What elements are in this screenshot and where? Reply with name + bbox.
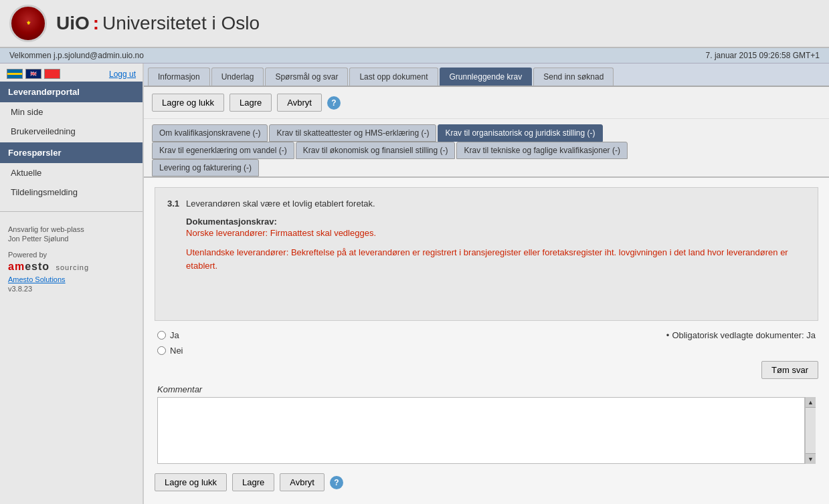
- flag-no[interactable]: [44, 69, 60, 79]
- sub-tab-om-kvalifikasjonskravene[interactable]: Om kvalifikasjonskravene (-): [152, 124, 268, 142]
- scroll-up-arrow[interactable]: ▲: [806, 397, 816, 408]
- sidebar-lang-row: 🇬🇧 Logg ut: [0, 64, 143, 82]
- tab-last-opp-dokument[interactable]: Last opp dokument: [349, 68, 438, 86]
- save-button-bottom[interactable]: Lagre: [232, 473, 274, 491]
- logo-seal: ⚜: [9, 5, 47, 42]
- comment-label: Kommentar: [157, 384, 816, 394]
- section-box: 3.1 Leverandøren skal være et lovlig eta…: [155, 187, 818, 321]
- logout-link[interactable]: Logg ut: [109, 70, 136, 79]
- version: v3.8.23: [8, 285, 134, 293]
- comment-textarea-wrapper: ▲ ▼: [157, 397, 816, 464]
- save-close-button-top[interactable]: Lagre og lukk: [152, 94, 224, 112]
- radio-ja[interactable]: Ja: [157, 330, 183, 340]
- sidebar-section-leverandorportal[interactable]: Leverandørportal: [0, 82, 143, 102]
- responsible-label: Ansvarlig for web-plass: [8, 225, 134, 233]
- section-content: 3.1 Leverandøren skal være et lovlig eta…: [167, 199, 806, 272]
- comment-textarea[interactable]: [157, 397, 805, 464]
- radio-ja-input[interactable]: [157, 331, 166, 340]
- content-body: 3.1 Leverandøren skal være et lovlig eta…: [144, 178, 829, 501]
- sub-tab-bar-row3: Levering og fakturering (-): [144, 159, 829, 178]
- radio-nei[interactable]: Nei: [157, 346, 183, 356]
- tab-informasjon[interactable]: Informasjon: [148, 68, 210, 86]
- toolbar-top: Lagre og lukk Lagre Avbryt ?: [144, 87, 829, 119]
- sidebar-item-tildelingsmelding[interactable]: Tildelingsmelding: [0, 182, 143, 202]
- section-doc-text: Norske leverandører: Firmaattest skal ve…: [186, 228, 806, 238]
- main-layout: 🇬🇧 Logg ut Leverandørportal Min side Bru…: [0, 64, 829, 504]
- sub-tab-krav-skatteattester[interactable]: Krav til skatteattester og HMS-erklæring…: [269, 124, 436, 142]
- save-close-button-bottom[interactable]: Lagre og lukk: [155, 473, 227, 491]
- tab-grunnleggende-krav[interactable]: Grunnleggende krav: [440, 68, 533, 86]
- welcome-bar: Velkommen j.p.sjolund@admin.uio.no 7. ja…: [0, 48, 829, 64]
- datetime: 7. januar 2015 09:26:58 GMT+1: [706, 51, 820, 60]
- answer-area: Ja Nei •Obligatorisk vedlagte dokumenter…: [155, 330, 818, 356]
- sidebar-item-min-side[interactable]: Min side: [0, 102, 143, 122]
- tab-send-inn-soknad[interactable]: Send inn søknad: [533, 68, 614, 86]
- sub-tab-bar-row2: Krav til egenerklæring om vandel (-) Kra…: [144, 142, 829, 159]
- amesto-link[interactable]: Amesto Solutions: [8, 275, 134, 283]
- mandatory-note: •Obligatorisk vedlagte dokumenter: Ja: [666, 330, 816, 340]
- section-doc-label: Dokumentasjonskrav:: [186, 217, 806, 227]
- sidebar: 🇬🇧 Logg ut Leverandørportal Min side Bru…: [0, 64, 144, 504]
- toolbar-bottom: Lagre og lukk Lagre Avbryt ?: [155, 464, 818, 491]
- section-foreign-text: Utenlandske leverandører: Bekreftelse på…: [186, 246, 806, 272]
- amesto-logo: amesto sourcing: [8, 261, 134, 273]
- sidebar-footer: Ansvarlig for web-plass Jon Petter Sjølu…: [0, 221, 143, 297]
- tab-underlag[interactable]: Underlag: [211, 68, 264, 86]
- flag-se[interactable]: [7, 69, 23, 79]
- responsible-name: Jon Petter Sjølund: [8, 235, 134, 243]
- sidebar-section-foresporsler[interactable]: Forespørsler: [0, 142, 143, 163]
- section-text: Leverandøren skal være et lovlig etabler…: [186, 199, 806, 272]
- sub-tab-levering-fakturering[interactable]: Levering og fakturering (-): [152, 159, 259, 176]
- cancel-button-top[interactable]: Avbryt: [277, 94, 322, 112]
- tab-bar: Informasjon Underlag Spørsmål og svar La…: [144, 64, 829, 87]
- powered-by: Powered by: [8, 251, 134, 259]
- tom-svar-container: Tøm svar: [155, 361, 818, 379]
- sub-tab-krav-okonomisk[interactable]: Krav til økonomisk og finansiell stillin…: [296, 142, 456, 159]
- sub-tab-krav-egenerklaring[interactable]: Krav til egenerklæring om vandel (-): [152, 142, 294, 159]
- section-main-text: Leverandøren skal være et lovlig etabler…: [186, 199, 806, 209]
- help-icon-bottom[interactable]: ?: [330, 476, 343, 489]
- tab-sporsmal-og-svar[interactable]: Spørsmål og svar: [265, 68, 348, 86]
- section-number: 3.1: [167, 199, 179, 272]
- tom-svar-button[interactable]: Tøm svar: [761, 361, 818, 379]
- sub-tab-krav-organisatorisk[interactable]: Krav til organisatorisk og juridisk stil…: [438, 124, 602, 142]
- scrollbar-mock: ▲ ▼: [805, 397, 816, 464]
- scroll-down-arrow[interactable]: ▼: [806, 453, 816, 464]
- comment-section: Kommentar ▲ ▼: [155, 384, 818, 464]
- logo-text: UiO:Universitetet i Oslo: [56, 13, 260, 34]
- cancel-button-bottom[interactable]: Avbryt: [280, 473, 325, 491]
- sub-tab-bar-row1: Om kvalifikasjonskravene (-) Krav til sk…: [144, 119, 829, 142]
- help-icon-top[interactable]: ?: [327, 96, 341, 110]
- sidebar-item-brukerveiledning[interactable]: Brukerveiledning: [0, 122, 143, 141]
- welcome-text: Velkommen j.p.sjolund@admin.uio.no: [9, 51, 144, 60]
- flag-gb[interactable]: 🇬🇧: [25, 69, 41, 79]
- sidebar-divider: [0, 211, 143, 212]
- radio-nei-input[interactable]: [157, 346, 166, 355]
- sidebar-item-aktuelle[interactable]: Aktuelle: [0, 163, 143, 182]
- content-area: Informasjon Underlag Spørsmål og svar La…: [144, 64, 829, 504]
- sub-tab-krav-tekniske[interactable]: Krav til tekniske og faglige kvalifikasj…: [456, 142, 627, 159]
- radio-group: Ja Nei: [157, 330, 183, 356]
- header: ⚜ UiO:Universitetet i Oslo: [0, 0, 829, 48]
- save-button-top[interactable]: Lagre: [229, 94, 272, 112]
